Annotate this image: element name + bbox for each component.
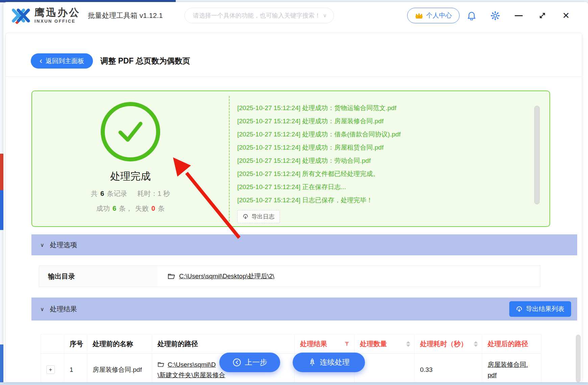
col-count: 处理数量 (354, 334, 415, 354)
sort-icon[interactable] (406, 341, 410, 347)
profile-center-button[interactable]: 个人中心 (407, 8, 460, 23)
output-directory-link[interactable]: C:\Users\sqmil\Desktop\处理后\2\ (179, 272, 274, 281)
check-icon (115, 120, 146, 144)
main-card: ‹ 返回到主面板 调整 PDF 总页数为偶数页 处理完成 共 (5, 33, 582, 382)
output-directory-row: 输出目录 C:\Users\sqmil\Desktop\处理后\2\ (39, 265, 540, 287)
close-icon: ✕ (562, 11, 570, 20)
log-line: [2025-10-27 15:12:24] 处理成功：房屋装修合同.pdf (237, 114, 509, 128)
back-to-dashboard-button[interactable]: ‹ 返回到主面板 (31, 53, 93, 69)
rocket-icon (308, 358, 316, 367)
success-circle (101, 102, 160, 161)
app-header: 鹰迅办公 INXUN OFFICE 批量处理工具箱 v1.12.1 请选择一个具… (3, 2, 588, 29)
col-duration: 处理耗时（秒） (415, 334, 482, 354)
records-count: 6 (100, 190, 104, 198)
filter-icon[interactable] (344, 341, 349, 346)
results-table: 序号 处理前的名称 处理前的路径 处理结果 处理数量 处理耗时（秒） (41, 334, 541, 382)
chevron-down-icon[interactable]: ∨ (323, 12, 327, 19)
previous-step-label: 上一步 (245, 357, 267, 367)
window-scrollbar[interactable] (576, 335, 581, 382)
brand-subname: INXUN OFFICE (34, 19, 80, 24)
gear-icon (491, 11, 500, 20)
log-line: [2025-10-27 15:12:24] 处理成功：借条(借款合同协议).pd… (237, 128, 509, 141)
records-stats: 共 6 条记录 耗时：1 秒 (91, 189, 170, 198)
search-placeholder: 请选择一个具体的功能，也可输入关键字搜索！ (193, 11, 321, 20)
col-name-before: 处理前的名称 (87, 334, 152, 354)
success-label: 成功 (96, 204, 110, 213)
col-path-before: 处理前的路径 (152, 334, 295, 354)
continue-process-label: 连续处理 (320, 357, 350, 367)
elapsed-time: 耗时：1 秒 (137, 189, 170, 198)
success-fail-stats: 成功 6 条， 失败 0 条 (96, 204, 165, 213)
output-directory-label: 输出目录 (39, 266, 157, 287)
table-row: + 1 房屋装修合同.pdf C:\Users\sqmil\D \新建文件夹\房… (41, 354, 541, 382)
download-icon (243, 214, 248, 220)
function-search-input[interactable]: 请选择一个具体的功能，也可输入关键字搜索！ ∨ (185, 8, 334, 23)
records-suffix: 条记录 (107, 189, 127, 198)
circle-left-icon (232, 358, 241, 367)
results-section-title: 处理结果 (50, 305, 77, 314)
col-result: 处理结果 (295, 334, 354, 354)
page-toolbar: ‹ 返回到主面板 调整 PDF 总页数为偶数页 (6, 33, 582, 69)
row-index: 1 (64, 354, 87, 382)
previous-step-button[interactable]: 上一步 (219, 353, 280, 372)
log-line: [2025-10-27 15:12:24] 所有文件都已经处理完成。 (237, 167, 509, 180)
continue-process-button[interactable]: 连续处理 (293, 353, 365, 372)
crown-icon (415, 12, 423, 19)
header-actions: 个人中心 (407, 8, 578, 23)
folder-icon (157, 362, 165, 367)
success-count: 6 (113, 205, 116, 212)
log-line: [2025-10-27 15:12:24] 正在保存日志... (237, 180, 509, 194)
row-duration: 0.33 (415, 354, 482, 382)
fail-count: 0 (151, 205, 155, 212)
desktop-sliver (0, 154, 3, 190)
minimize-icon (515, 15, 523, 16)
resize-icon (538, 11, 546, 20)
page-title: 调整 PDF 总页数为偶数页 (100, 56, 190, 66)
settings-button[interactable] (483, 11, 507, 20)
app-title: 批量处理工具箱 v1.12.1 (88, 11, 163, 20)
export-log-label: 导出日志 (251, 213, 274, 221)
resize-button[interactable] (531, 11, 554, 20)
brand-name: 鹰迅办公 (34, 7, 80, 18)
fail-suffix: 条 (158, 204, 165, 213)
minimize-button[interactable] (507, 15, 531, 16)
col-index: 序号 (64, 334, 87, 354)
bell-icon (467, 11, 476, 20)
log-line: [2025-10-27 15:12:24] 处理成功：劳动合同.pdf (237, 154, 509, 167)
chevron-down-icon[interactable]: ∨ (40, 306, 44, 312)
divider (6, 76, 582, 77)
app-logo-icon (11, 7, 30, 24)
records-prefix: 共 (91, 189, 98, 198)
desktop-sliver (0, 344, 3, 385)
process-result-panel: 处理完成 共 6 条记录 耗时：1 秒 成功 6 条， 失败 0 条 (31, 91, 550, 227)
chevron-left-icon: ‹ (40, 57, 42, 64)
back-button-label: 返回到主面板 (46, 57, 84, 66)
sort-icon[interactable] (474, 341, 478, 347)
app-window: 鹰迅办公 INXUN OFFICE 批量处理工具箱 v1.12.1 请选择一个具… (3, 2, 588, 382)
log-line: [2025-10-27 15:12:24] 处理成功：房屋租赁合同.pdf (237, 141, 509, 154)
path-before-link[interactable]: C:\Users\sqmil\D (168, 359, 216, 370)
brand: 鹰迅办公 INXUN OFFICE (11, 7, 80, 24)
desktop-sliver (0, 382, 588, 385)
results-section-header[interactable]: ∨ 处理结果 导出结果列表 (31, 298, 577, 320)
desktop-sliver (0, 190, 3, 230)
options-section-header[interactable]: ∨ 处理选项 (31, 234, 577, 255)
export-log-button[interactable]: 导出日志 (237, 210, 280, 223)
output-directory-value: C:\Users\sqmil\Desktop\处理后\2\ (157, 266, 274, 287)
col-path-after: 处理后的路径 (482, 334, 541, 354)
log-area: [2025-10-27 15:12:24] 处理成功：货物运输合同范文.pdf … (230, 91, 549, 226)
result-summary: 处理完成 共 6 条记录 耗时：1 秒 成功 6 条， 失败 0 条 (32, 91, 229, 226)
options-section-title: 处理选项 (50, 240, 77, 250)
row-path-after: 房屋装修合同. pdf (482, 354, 541, 382)
chevron-down-icon[interactable]: ∨ (40, 242, 44, 248)
export-results-label: 导出结果列表 (526, 305, 564, 313)
export-results-button[interactable]: 导出结果列表 (509, 301, 571, 317)
close-button[interactable]: ✕ (554, 11, 578, 20)
row-name-before: 房屋装修合同.pdf (87, 354, 152, 382)
success-suffix: 条， (119, 204, 132, 213)
notification-bell-button[interactable] (460, 11, 483, 20)
download-icon (516, 306, 522, 312)
status-title: 处理完成 (110, 170, 151, 183)
expand-row-button[interactable]: + (46, 365, 55, 374)
log-scrollbar[interactable] (534, 106, 540, 204)
